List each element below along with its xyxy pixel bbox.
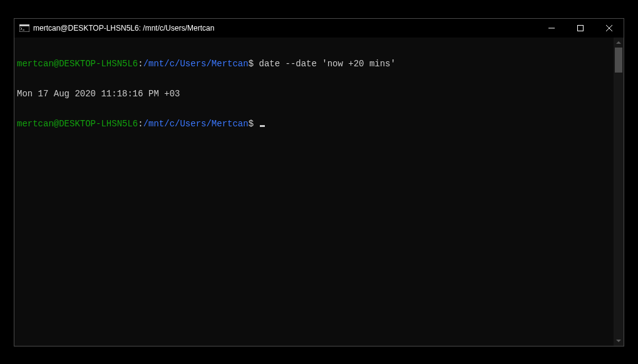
prompt-user-host: mertcan@DESKTOP-LHSN5L6: [17, 59, 138, 69]
scrollbar-thumb[interactable]: [615, 48, 622, 73]
output-line: Mon 17 Aug 2020 11:18:16 PM +03: [17, 89, 611, 99]
terminal-output-area[interactable]: mertcan@DESKTOP-LHSN5L6:/mnt/c/Users/Mer…: [14, 38, 614, 346]
cursor-icon: [260, 125, 265, 127]
terminal-line: mertcan@DESKTOP-LHSN5L6:/mnt/c/Users/Mer…: [17, 59, 611, 69]
svg-rect-1: [19, 24, 29, 26]
terminal-window: mertcan@DESKTOP-LHSN5L6: /mnt/c/Users/Me…: [14, 18, 624, 346]
vertical-scrollbar[interactable]: [614, 38, 624, 346]
terminal-body: mertcan@DESKTOP-LHSN5L6:/mnt/c/Users/Mer…: [14, 38, 624, 346]
maximize-button[interactable]: [566, 19, 595, 38]
command-input[interactable]: [254, 119, 265, 129]
scroll-down-button[interactable]: [614, 336, 624, 346]
prompt-symbol: $: [249, 59, 254, 69]
terminal-app-icon: [19, 23, 29, 33]
prompt-separator: :: [138, 119, 143, 129]
close-button[interactable]: [595, 19, 624, 38]
prompt-user-host: mertcan@DESKTOP-LHSN5L6: [17, 119, 138, 129]
svg-rect-4: [578, 25, 584, 31]
titlebar[interactable]: mertcan@DESKTOP-LHSN5L6: /mnt/c/Users/Me…: [14, 19, 624, 38]
window-title: mertcan@DESKTOP-LHSN5L6: /mnt/c/Users/Me…: [33, 24, 214, 33]
prompt-separator: :: [138, 59, 143, 69]
command-text: date --date 'now +20 mins': [254, 59, 396, 69]
prompt-path: /mnt/c/Users/Mertcan: [143, 59, 249, 69]
prompt-symbol: $: [249, 119, 254, 129]
scroll-up-button[interactable]: [614, 38, 624, 48]
window-controls: [537, 19, 624, 38]
minimize-button[interactable]: [537, 19, 566, 38]
scrollbar-track[interactable]: [614, 48, 624, 336]
prompt-path: /mnt/c/Users/Mertcan: [143, 119, 249, 129]
terminal-line: mertcan@DESKTOP-LHSN5L6:/mnt/c/Users/Mer…: [17, 119, 611, 129]
